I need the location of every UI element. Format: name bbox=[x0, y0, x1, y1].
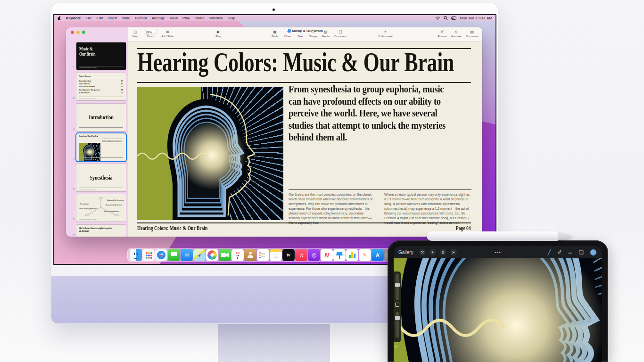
slider-handle[interactable] bbox=[395, 316, 400, 320]
color-swatch[interactable] bbox=[590, 249, 596, 255]
menu-item-window[interactable]: Window bbox=[209, 16, 223, 20]
play-label: Play bbox=[215, 35, 221, 38]
slide5-title: Synesthesia bbox=[90, 174, 113, 181]
dock-icon-pages[interactable]: ✎ bbox=[359, 249, 371, 261]
slide-thumbnail-4-selected[interactable]: Hearing Colors: Music & Our Brain From s… bbox=[76, 133, 126, 161]
apple-pencil bbox=[427, 231, 573, 241]
zoom-control[interactable]: 93% ⌄ Zoom bbox=[144, 30, 157, 38]
slide-intro-text[interactable]: From synesthesia to group euphoria, musi… bbox=[289, 83, 447, 143]
table-button[interactable]: ▦ Table bbox=[271, 30, 279, 38]
slide-thumbnail-2[interactable]: Table of Contents Introduction03 Synesth… bbox=[76, 73, 126, 100]
menu-item-file[interactable]: File bbox=[86, 16, 92, 20]
dock-icon-mail[interactable]: ✉ bbox=[181, 249, 193, 261]
dock-icon-podcasts[interactable]: ◎ bbox=[308, 249, 320, 261]
shape-label: Shape bbox=[309, 35, 317, 38]
adjustments-icon[interactable]: ✦ bbox=[429, 249, 436, 255]
shape-icon: ⬡ bbox=[312, 30, 315, 34]
modify-button[interactable] bbox=[395, 303, 399, 307]
add-slide-button[interactable]: ⊞ Add Slide bbox=[161, 30, 173, 38]
menu-item-edit[interactable]: Edit bbox=[96, 16, 103, 20]
slide-thumbnail-1[interactable]: Hearing Colors Music & Our Brain Hearing… bbox=[76, 42, 126, 70]
dock-icon-messages[interactable] bbox=[168, 249, 180, 261]
slide-title[interactable]: Hearing Colors: Music & Our Brain bbox=[137, 49, 454, 75]
imac-screen: Keynote File Edit Insert Slide Format Ar… bbox=[53, 14, 496, 265]
ipad-screen: Gallery ⚒ ✦ S ➤ ••• ╱ ✐ ▱ ❏ bbox=[394, 246, 602, 362]
menu-item-share[interactable]: Share bbox=[195, 16, 205, 20]
table-icon: ▦ bbox=[273, 30, 277, 34]
dock-icon-contacts[interactable] bbox=[244, 249, 256, 261]
dock-icon-safari[interactable] bbox=[155, 249, 167, 261]
dock-icon-numbers[interactable] bbox=[346, 249, 358, 261]
selection-icon[interactable]: S bbox=[440, 249, 446, 255]
chart-button[interactable]: ◔ Chart bbox=[283, 30, 292, 38]
spotlight-search-icon[interactable] bbox=[444, 16, 448, 20]
brush-tool-icon[interactable]: ╱ bbox=[548, 249, 551, 255]
menu-bar-clock[interactable]: Mon Jun 7 9:41 AM bbox=[460, 16, 492, 20]
slide-thumbnail-6[interactable]: Grapheme-Color Synesthesia Sound-to-Colo… bbox=[76, 194, 126, 222]
dock-icon-launchpad[interactable] bbox=[142, 249, 155, 261]
media-button[interactable]: ▨ Media bbox=[322, 30, 330, 38]
slide-body-columns[interactable]: Our brains are the most complex computer… bbox=[289, 192, 471, 225]
zoom-window-button[interactable] bbox=[82, 31, 85, 34]
slide-thumbnail-3[interactable]: Introduction Hearing Colors: Music & Our… bbox=[76, 104, 126, 131]
dock-icon-facetime[interactable] bbox=[219, 249, 231, 261]
menu-item-view[interactable]: View bbox=[170, 16, 178, 20]
dock-icon-music[interactable]: ♫ bbox=[295, 249, 307, 261]
zoom-value-button[interactable]: 93% ⌄ bbox=[144, 30, 157, 34]
menu-item-help[interactable]: Help bbox=[227, 16, 235, 20]
smudge-tool-icon[interactable]: ✐ bbox=[557, 249, 561, 255]
diagram-label: Number-Form Synesthesia bbox=[104, 211, 119, 213]
slide-head-artwork[interactable] bbox=[137, 87, 283, 220]
format-button[interactable]: ✐ Format bbox=[438, 30, 447, 38]
apple-menu-icon[interactable] bbox=[57, 16, 61, 21]
text-button[interactable]: T Text bbox=[296, 30, 305, 38]
dock-icon-keynote[interactable] bbox=[333, 249, 346, 261]
menu-item-keynote[interactable]: Keynote bbox=[66, 16, 81, 20]
menu-item-insert[interactable]: Insert bbox=[107, 16, 117, 20]
dock-icon-app-store[interactable]: A bbox=[372, 249, 384, 261]
control-center-icon[interactable] bbox=[451, 16, 456, 20]
brush-opacity-slider[interactable] bbox=[396, 312, 399, 337]
comment-button[interactable]: ❑ Comment bbox=[334, 30, 347, 38]
dock-icon-finder[interactable] bbox=[130, 249, 142, 261]
menu-item-slide[interactable]: Slide bbox=[122, 16, 130, 20]
dock-icon-photos[interactable] bbox=[206, 249, 218, 261]
procreate-canvas[interactable]: ↩ bbox=[394, 258, 602, 362]
menu-item-format[interactable]: Format bbox=[135, 16, 147, 20]
animate-icon: ◇ bbox=[455, 30, 458, 34]
menu-item-arrange[interactable]: Arrange bbox=[151, 16, 165, 20]
body-column-1: Our brains are the most complex computer… bbox=[289, 193, 372, 224]
minimize-window-button[interactable] bbox=[76, 31, 80, 34]
slide-thumbnail-5[interactable]: Synesthesia Hearing Colors: Music & Our … bbox=[76, 164, 126, 191]
dock-icon-tv[interactable]: tv bbox=[282, 249, 295, 261]
slide-thumbnail-7[interactable]: Our brains are the most complex computer… bbox=[76, 225, 126, 237]
dock-icon-reminders[interactable]: ☰ bbox=[257, 249, 269, 261]
slide1-title: Music & Our Brain bbox=[79, 47, 116, 57]
gallery-button[interactable]: Gallery bbox=[398, 250, 413, 255]
keynote-running-indicator bbox=[319, 263, 320, 264]
multitask-dots[interactable]: ••• bbox=[495, 250, 501, 255]
slide7-title: Our brains are the most complex computer… bbox=[79, 227, 114, 232]
toc-row-page: 23 bbox=[121, 91, 123, 94]
document-button[interactable]: ▤ Document bbox=[466, 30, 479, 38]
actions-wrench-icon[interactable]: ⚒ bbox=[419, 249, 426, 255]
brush-size-slider[interactable] bbox=[396, 274, 399, 300]
dock-icon-news[interactable]: N bbox=[321, 249, 333, 261]
undo-icon[interactable]: ↩ bbox=[395, 344, 398, 349]
animate-button[interactable]: ◇ Animate bbox=[451, 30, 462, 38]
collaborate-button[interactable]: ⍟ Collaborate bbox=[378, 30, 393, 38]
wifi-icon[interactable] bbox=[435, 16, 440, 20]
view-button[interactable]: ◫ View bbox=[131, 30, 140, 38]
dock-icon-calendar[interactable]: JUN 7 bbox=[231, 249, 244, 261]
play-button[interactable]: ▶ Play bbox=[214, 30, 223, 38]
menu-item-play[interactable]: Play bbox=[182, 16, 190, 20]
eraser-tool-icon[interactable]: ▱ bbox=[569, 249, 572, 255]
dock-icon-notes[interactable]: ☰ bbox=[270, 249, 282, 261]
shape-button[interactable]: ⬡ Shape bbox=[309, 30, 317, 38]
dock-icon-maps[interactable]: ➤ bbox=[193, 249, 206, 261]
close-window-button[interactable] bbox=[71, 31, 74, 34]
procreate-sidebar bbox=[394, 272, 401, 342]
layers-icon[interactable]: ❏ bbox=[579, 249, 584, 255]
transform-arrow-icon[interactable]: ➤ bbox=[450, 249, 457, 255]
slider-handle[interactable] bbox=[395, 283, 400, 287]
